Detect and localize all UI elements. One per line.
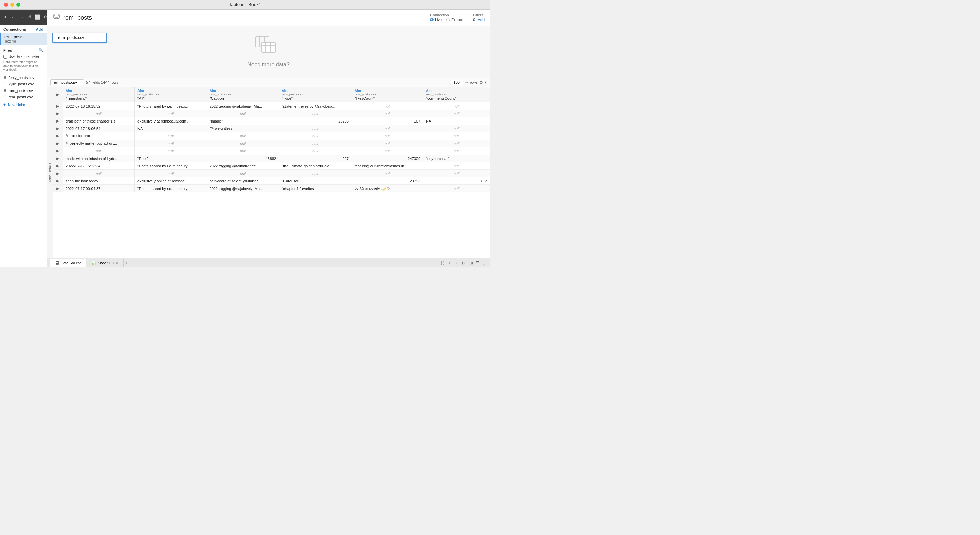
need-more-data-text: Need more data?	[247, 62, 290, 68]
data-source-tab-label: Data Source	[60, 261, 81, 265]
forward-icon[interactable]: →	[19, 14, 24, 20]
use-interpreter-checkbox[interactable]	[3, 55, 7, 59]
table-cell: featuring our #dreamlashes in...	[352, 162, 423, 170]
file-name: rem_posts.csv	[8, 95, 33, 99]
file-item-rare[interactable]: ⊞ rare_posts.csv	[0, 87, 47, 94]
table-row: ▶shop the look todayexclusively online a…	[53, 177, 490, 185]
live-option[interactable]: Live	[430, 18, 442, 22]
col-source: rem_posts.csv	[355, 92, 420, 96]
list-view-icon[interactable]: ☰	[475, 260, 480, 266]
row-expand-button[interactable]: ▶	[56, 118, 60, 124]
close-button[interactable]	[4, 3, 8, 7]
expand-all-button[interactable]: ▶	[56, 92, 60, 97]
file-name: fenty_posts.csv	[8, 76, 34, 80]
nav-prev-icon[interactable]: ⟨⟨	[439, 260, 445, 266]
row-expand-button[interactable]: ▶	[56, 134, 60, 139]
duplicate-sheet-icon[interactable]: ⧉	[116, 261, 118, 265]
table-cell: null	[279, 110, 352, 118]
file-item-kylie[interactable]: ⊞ kylie_posts.csv	[0, 81, 47, 87]
connection-options: Live Extract	[430, 18, 463, 22]
col-source: rem_posts.csv	[426, 92, 487, 96]
table-cell: null	[63, 110, 135, 118]
db-icon	[52, 13, 60, 23]
title-bar: Tableau - Book1	[0, 0, 490, 10]
new-union-item[interactable]: + New Union	[0, 102, 47, 108]
sidebar-content: Connections Add rem_posts Text file File…	[0, 24, 47, 268]
row-expand-button[interactable]: ▶	[56, 141, 60, 146]
live-radio[interactable]	[430, 18, 434, 21]
save-icon[interactable]: ⬜	[35, 14, 40, 20]
row-expand-button[interactable]: ▶	[56, 111, 60, 116]
table-cell: null	[207, 170, 279, 177]
data-source-icon: 🗄	[55, 261, 59, 266]
col-name: "Type"	[282, 96, 293, 100]
file-item-fenty[interactable]: ⊞ fenty_posts.csv	[0, 74, 47, 81]
files-search-icon[interactable]: 🔍	[38, 48, 43, 53]
table-row: ▶grab both of these chapter 1 s...exclus…	[53, 118, 490, 125]
col-source: rem_posts.csv	[282, 92, 349, 96]
table-cell: null	[423, 147, 490, 155]
main-content: rem_posts Connection Live Extract	[47, 10, 490, 268]
table-cell: "Carousel"	[279, 177, 352, 185]
table-cell: made with an infusion of hydr...	[63, 155, 135, 162]
table-cell: "the ultimate golden hour glo...	[279, 162, 352, 170]
col-header-caption: Abc rem_posts.csv "Caption"	[207, 87, 279, 102]
nav-next-icon[interactable]: ⟩⟩	[460, 260, 466, 266]
table-card[interactable]: rem_posts.csv	[52, 33, 107, 43]
map-view-icon[interactable]: ⊟	[481, 260, 487, 266]
add-new-sheet-icon[interactable]: +	[125, 260, 128, 266]
file-item-rem[interactable]: ⊞ rem_posts.csv	[0, 94, 47, 100]
connection-item[interactable]: rem_posts Text file	[0, 33, 47, 45]
table-cell: shop the look today	[63, 177, 135, 185]
add-sheet-icon[interactable]: +	[113, 261, 115, 265]
table-cell: null	[423, 185, 490, 192]
nav-forward-icon[interactable]: ⟩	[454, 260, 458, 266]
col-type-badge: Abc	[66, 89, 72, 92]
table-body: ▶2022-07-18 16:15:32"Photo shared by r.e…	[53, 102, 490, 192]
grid-toolbar-right: → rows ⚙ ▾	[450, 80, 487, 85]
extract-option[interactable]: Extract	[447, 18, 463, 22]
table-cell: null	[279, 170, 352, 177]
add-connection-link[interactable]: Add	[36, 27, 43, 31]
chevron-down-icon[interactable]: ▾	[485, 80, 487, 85]
table-select-dropdown[interactable]: rem_posts.csv	[50, 79, 84, 85]
row-expand-button[interactable]: ▶	[56, 126, 60, 131]
grid-view-icon[interactable]: ⊞	[469, 260, 474, 266]
minimize-button[interactable]	[10, 3, 14, 7]
col-type-badge: Abc	[282, 89, 288, 92]
connection-type: Text file	[5, 40, 43, 43]
undo-icon[interactable]: ↺	[27, 14, 31, 20]
table-cell: null	[352, 132, 423, 140]
tab-sheet1[interactable]: 📊 Sheet 1 + ⧉	[86, 260, 124, 267]
compass-icon[interactable]: ✦	[3, 14, 8, 20]
row-expand-button[interactable]: ▶	[56, 178, 60, 183]
filters-section: Filters 0 Add	[473, 13, 485, 22]
maximize-button[interactable]	[16, 3, 21, 7]
row-expand-button[interactable]: ▶	[56, 171, 60, 176]
table-cell: "✎ weightless	[207, 125, 279, 132]
filters-add-link[interactable]: Add	[478, 18, 485, 22]
table-cell: ✎ perfectly matte (but not dry...	[63, 140, 135, 147]
row-expand-button[interactable]: ▶	[56, 156, 60, 161]
tab-data-source[interactable]: 🗄 Data Source	[50, 260, 86, 267]
rows-per-page-input[interactable]	[450, 80, 463, 85]
table-row: ▶nullnullnullnullnullnull	[53, 110, 490, 118]
table-cell: null	[207, 132, 279, 140]
extract-radio[interactable]	[447, 18, 450, 21]
table-cell: 23203	[279, 118, 352, 125]
settings-icon[interactable]: ⚙	[479, 80, 483, 85]
row-expand-button[interactable]: ▶	[56, 163, 60, 169]
canvas-area: rem_posts.csv Need more data?	[47, 26, 490, 78]
row-expand-button[interactable]: ▶	[56, 186, 60, 191]
row-expand-button[interactable]: ▶	[56, 148, 60, 153]
col-type-badge: Abc	[426, 89, 433, 92]
table-cell: exclusively online at rembeau...	[134, 177, 207, 185]
col-type-badge: Abc	[137, 89, 144, 92]
table-details-label[interactable]: Table Details	[47, 87, 53, 258]
table-cell: "Photo shared by r.e.m.beauty...	[134, 185, 207, 192]
sheet1-tab-label: Sheet 1	[98, 261, 111, 265]
row-expand-button[interactable]: ▶	[56, 103, 60, 108]
nav-back-icon[interactable]: ⟨	[447, 260, 452, 266]
col-source: rem_posts.csv	[66, 92, 132, 96]
back-icon[interactable]: ←	[11, 14, 16, 20]
